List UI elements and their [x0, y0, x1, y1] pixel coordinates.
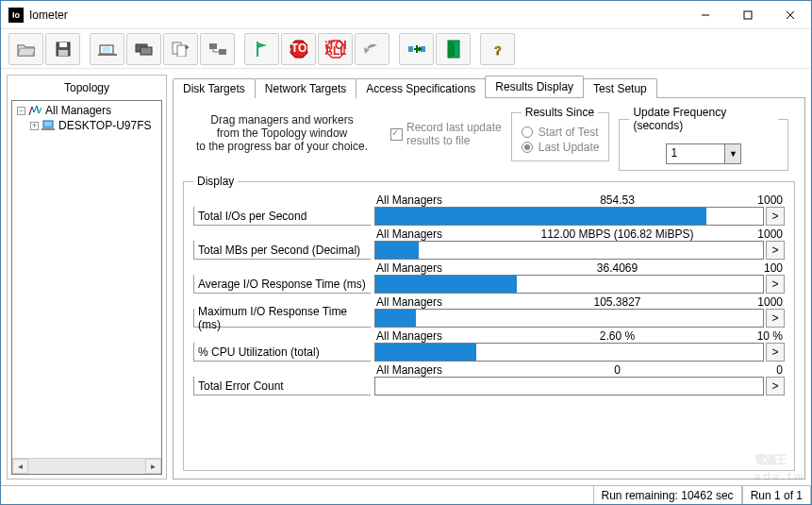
metric-value: 36.4069 [508, 261, 726, 275]
radio-last-update[interactable] [522, 142, 533, 153]
display-group: Display Total I/Os per SecondAll Manager… [183, 175, 795, 471]
svg-marker-27 [448, 41, 455, 58]
update-freq-select[interactable]: 1 ▼ [666, 143, 741, 164]
metric-label-button[interactable]: Total I/Os per Second [193, 207, 371, 226]
managers-icon [28, 105, 43, 116]
tree-root-label: All Managers [45, 104, 111, 117]
app-icon: Io [8, 8, 24, 23]
metric-source: All Managers [376, 261, 508, 275]
metric-source: All Managers [376, 329, 508, 343]
metric-expand-button[interactable]: > [766, 377, 785, 396]
metric-source: All Managers [376, 227, 508, 241]
tab-test-setup[interactable]: Test Setup [583, 78, 657, 98]
svg-rect-5 [59, 42, 67, 47]
help-icon[interactable]: ? [480, 33, 515, 65]
svg-text:ALL: ALL [325, 44, 346, 58]
svg-rect-8 [103, 47, 110, 52]
metric-max: 10 % [726, 329, 783, 343]
metric-expand-button[interactable]: > [766, 207, 785, 226]
metric-bar[interactable] [374, 343, 764, 362]
svg-rect-30 [41, 128, 55, 130]
display-legend: Display [193, 175, 238, 188]
update-freq-value: 1 [667, 144, 724, 163]
topology-tree[interactable]: − All Managers + DESKTOP-U97FS ◄ ► [11, 100, 162, 475]
stop-all-icon[interactable]: STOPALL [318, 33, 353, 65]
metric-label-button[interactable]: Average I/O Response Time (ms) [193, 275, 371, 294]
status-run: Run 1 of 1 [742, 486, 811, 504]
metric-bar[interactable] [374, 377, 764, 396]
svg-rect-29 [43, 121, 53, 127]
open-icon[interactable] [8, 33, 43, 65]
metric-label-button[interactable]: Maximum I/O Response Time (ms) [193, 309, 371, 328]
metric-expand-button[interactable]: > [766, 309, 785, 328]
metric-bar[interactable] [374, 275, 764, 294]
results-tab-content: Drag managers and workers from the Topol… [173, 97, 805, 480]
scroll-left-icon[interactable]: ◄ [12, 459, 28, 474]
minimize-button[interactable] [684, 1, 726, 28]
metric-bar[interactable] [374, 207, 764, 226]
new-manager-icon[interactable] [90, 33, 124, 65]
results-since-legend: Results Since [522, 106, 598, 119]
tree-hscrollbar[interactable]: ◄ ► [12, 458, 161, 474]
metric-label-button[interactable]: Total Error Count [193, 377, 371, 396]
tab-bar: Disk Targets Network Targets Access Spec… [173, 75, 805, 97]
exit-icon[interactable] [436, 33, 471, 65]
metric-value: 0 [508, 363, 726, 377]
metric-label-button[interactable]: % CPU Utilization (total) [193, 343, 371, 362]
titlebar[interactable]: Io Iometer [1, 1, 811, 29]
record-label: Record last update [406, 121, 502, 134]
topology-title: Topology [11, 79, 162, 100]
metric-row: Average I/O Response Time (ms)All Manage… [193, 261, 785, 294]
metric-source: All Managers [376, 194, 508, 207]
save-icon[interactable] [45, 33, 80, 65]
flag-start-icon[interactable] [244, 33, 279, 65]
results-since-group: Results Since Start of Test Last Update [511, 106, 610, 161]
network-worker-icon[interactable] [200, 33, 235, 65]
duplicate-worker-icon[interactable] [163, 33, 198, 65]
undo-icon[interactable] [355, 33, 389, 65]
topology-panel: Topology − All Managers + DESKTOP-U97FS … [7, 75, 167, 480]
expand-icon[interactable]: + [30, 122, 39, 130]
toolbar: STOP STOPALL ? [1, 29, 811, 69]
record-checkbox[interactable] [390, 128, 403, 141]
metric-value: 854.53 [508, 194, 726, 207]
svg-rect-6 [58, 50, 68, 56]
tab-disk-targets[interactable]: Disk Targets [173, 78, 256, 98]
distribute-icon[interactable] [399, 33, 434, 65]
record-label2: results to file [406, 134, 502, 147]
metric-bar[interactable] [374, 241, 764, 260]
maximize-button[interactable] [726, 1, 769, 28]
metric-max: 1000 [726, 194, 783, 207]
new-worker-icon[interactable] [126, 33, 161, 65]
metric-value: 2.60 % [508, 329, 726, 343]
svg-rect-24 [408, 46, 413, 52]
metric-expand-button[interactable]: > [766, 241, 785, 260]
metric-value: 105.3827 [508, 295, 726, 309]
metric-value: 112.00 MBPS (106.82 MiBPS) [508, 227, 726, 241]
metric-row: Total MBs per Second (Decimal)All Manage… [193, 227, 785, 260]
metric-row: Maximum I/O Response Time (ms)All Manage… [193, 295, 785, 328]
metric-expand-button[interactable]: > [766, 343, 785, 362]
metric-row: Total Error CountAll Managers00> [193, 363, 785, 396]
close-button[interactable] [769, 1, 811, 28]
metric-expand-button[interactable]: > [766, 275, 785, 294]
svg-rect-1 [744, 11, 752, 19]
radio-start-of-test[interactable] [522, 126, 533, 138]
chevron-down-icon[interactable]: ▼ [724, 144, 740, 163]
metric-bar[interactable] [374, 309, 764, 328]
scroll-right-icon[interactable]: ► [145, 459, 161, 474]
tree-node[interactable]: + DESKTOP-U97FS [14, 118, 159, 133]
tab-network-targets[interactable]: Network Targets [255, 78, 356, 98]
metric-max: 100 [726, 261, 783, 275]
tab-access-spec[interactable]: Access Specifications [356, 78, 486, 98]
computer-icon [41, 120, 57, 131]
status-bar: Run remaining: 10462 sec Run 1 of 1 [1, 485, 811, 504]
metric-source: All Managers [376, 295, 508, 309]
svg-rect-13 [177, 45, 186, 57]
collapse-icon[interactable]: − [17, 107, 25, 115]
svg-rect-11 [141, 47, 152, 55]
stop-icon[interactable]: STOP [281, 33, 316, 65]
tree-root[interactable]: − All Managers [14, 103, 159, 118]
tab-results-display[interactable]: Results Display [485, 76, 584, 97]
metric-label-button[interactable]: Total MBs per Second (Decimal) [193, 241, 371, 260]
